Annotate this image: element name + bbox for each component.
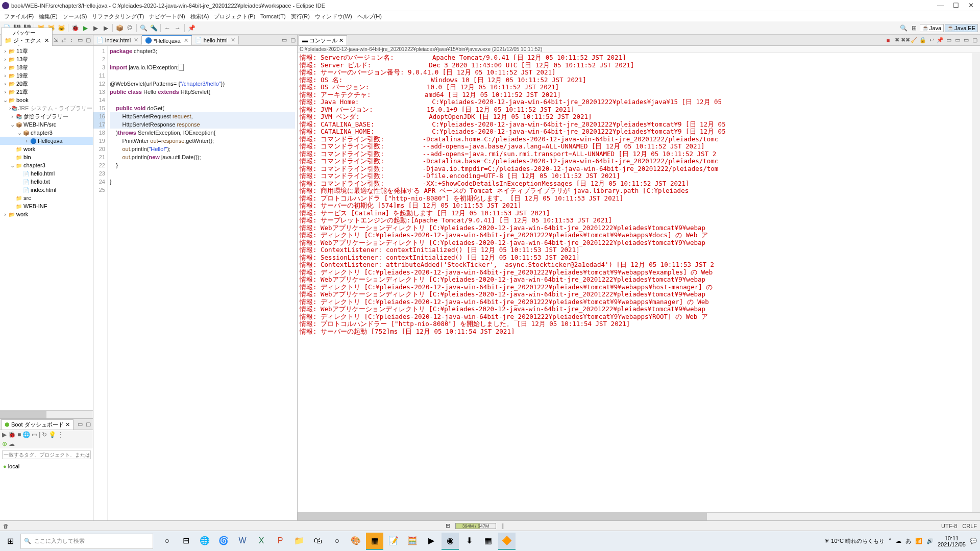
close-tab-icon[interactable]: ✕ (231, 37, 235, 43)
tree-item[interactable]: 📁src (0, 194, 93, 202)
maximize-view-icon[interactable]: ▢ (85, 37, 92, 43)
tree-item[interactable]: ›📂13章 (0, 55, 93, 63)
back-button[interactable]: ← (163, 23, 172, 33)
store-icon[interactable]: 🛍 (309, 533, 327, 550)
perspective-java-ee[interactable]: ☕ Java EE (945, 24, 978, 32)
boot-dashboard-tab[interactable]: ⬢ Boot ダッシュボード ✕ (1, 419, 74, 430)
boot-start-icon[interactable]: ▶ (2, 431, 7, 438)
close-boot-view-icon[interactable]: ✕ (65, 421, 70, 428)
menu-ナビゲート[interactable]: ナビゲート(N) (147, 12, 187, 21)
console-pin-icon[interactable]: 📌 (936, 36, 944, 44)
console-tab[interactable]: ▬ コンソール ✕ (299, 35, 347, 45)
tree-item[interactable]: ›📂11章 (0, 47, 93, 55)
status-icon[interactable]: ⊞ (446, 522, 450, 529)
search-button[interactable]: 🔦 (149, 23, 158, 33)
edge-icon[interactable]: 🌀 (215, 533, 232, 550)
console-output[interactable]: 情報: Serverのバージョン名: Apache Tomcat/9.0.41 … (298, 53, 972, 512)
boot-refresh-icon[interactable]: ↻ (42, 431, 47, 438)
menu-リファクタリング[interactable]: リファクタリング(T) (90, 12, 146, 21)
tree-scrollbar-h[interactable] (0, 410, 93, 418)
paint-icon[interactable]: 🎨 (347, 533, 364, 550)
sublime-icon[interactable]: ▦ (366, 533, 383, 550)
close-console-icon[interactable]: ✕ (339, 37, 344, 44)
tomcat-restart-icon[interactable]: 🐱 (57, 23, 66, 33)
editor-max-icon[interactable]: ▢ (289, 36, 297, 44)
taskbar-clock[interactable]: 10:11 2021/12/05 (938, 535, 966, 547)
link-editor-icon[interactable]: ⇄ (60, 37, 67, 43)
menu-編集[interactable]: 編集(E) (37, 12, 60, 21)
task-view-icon[interactable]: ⊟ (177, 533, 194, 550)
boot-stop-icon[interactable]: ■ (17, 431, 21, 438)
tray-wifi-icon[interactable]: 📶 (915, 538, 922, 544)
maximize-button[interactable]: ☐ (953, 2, 959, 9)
boot-cloud-icon[interactable]: ☁ (9, 440, 15, 447)
new-package-button[interactable]: 📦 (115, 23, 124, 33)
console-wrap-icon[interactable]: ↩ (927, 36, 936, 44)
app-icon-1[interactable]: ⬇ (460, 533, 478, 550)
menu-ソース[interactable]: ソース(S) (61, 12, 89, 21)
app-icon-3[interactable]: 🔶 (498, 533, 516, 550)
menu-プロジェクト[interactable]: プロジェクト(P) (212, 12, 257, 21)
tray-onedrive-icon[interactable]: ☁ (896, 538, 901, 544)
run-button[interactable]: ▶ (81, 23, 90, 33)
encoding-status[interactable]: UTF-8 (941, 523, 957, 529)
collapse-all-icon[interactable]: ⇲ (53, 37, 59, 43)
tree-item[interactable]: ›📂20章 (0, 80, 93, 88)
close-button[interactable]: ✕ (968, 2, 974, 9)
editor-min-icon[interactable]: ▭ (280, 36, 288, 44)
chrome-icon[interactable]: 🌐 (196, 533, 213, 550)
tray-volume-icon[interactable]: 🔊 (926, 538, 934, 544)
open-perspective-button[interactable]: ⊞ (910, 23, 919, 33)
console-scrollbar-v[interactable] (972, 53, 980, 512)
editor-tab[interactable]: 📄index.html✕ (93, 36, 142, 44)
close-tab-icon[interactable]: ✕ (184, 37, 188, 44)
maximize-boot-icon[interactable]: ▢ (85, 421, 92, 428)
pin-button[interactable]: 📌 (187, 23, 196, 33)
tree-item[interactable]: 📄hello.html (0, 169, 93, 178)
notepad-icon[interactable]: 📝 (385, 533, 402, 550)
media-icon[interactable]: ▶ (423, 533, 440, 550)
tree-item[interactable]: ⌄📦WEB-INF/src (0, 120, 93, 129)
cortana-app-icon[interactable]: ○ (328, 533, 346, 550)
menu-tomcat[interactable]: Tomcat(T) (258, 12, 288, 20)
console-scrollbar-h[interactable] (298, 512, 980, 520)
package-explorer-tree[interactable]: ›📂11章›📂13章›📂18章›📂19章›📂20章›📂21章⌄📂book›📚JR… (0, 46, 93, 410)
forward-button[interactable]: → (173, 23, 182, 33)
memory-indicator[interactable]: 394M / 647M (455, 523, 496, 529)
tree-item[interactable]: ›📚参照ライブラリー (0, 112, 93, 120)
calculator-icon[interactable]: 🧮 (404, 533, 421, 550)
console-min-icon[interactable]: ▭ (962, 36, 970, 44)
minimize-button[interactable]: — (937, 2, 944, 9)
explorer-icon[interactable]: 📁 (290, 533, 308, 550)
minimize-view-icon[interactable]: ▭ (77, 37, 84, 43)
new-class-button[interactable]: © (125, 23, 134, 33)
tree-item[interactable]: ⌄📂book (0, 96, 93, 104)
powerpoint-icon[interactable]: P (272, 533, 289, 550)
cortana-icon[interactable]: ○ (158, 533, 176, 550)
boot-browser-icon[interactable]: 🌐 (22, 431, 30, 438)
menu-実行[interactable]: 実行(R) (289, 12, 312, 21)
console-max-icon[interactable]: ▢ (971, 36, 979, 44)
menu-検索[interactable]: 検索(A) (188, 12, 211, 21)
tree-item[interactable]: ›📂work (0, 210, 93, 218)
code-editor[interactable]: package chapter3; import java.io.IOExcep… (108, 46, 297, 520)
app-icon-2[interactable]: ▦ (479, 533, 497, 550)
tree-item[interactable]: ⌄📁chapter3 (0, 161, 93, 169)
boot-filter-icon[interactable]: 💡 (48, 431, 56, 438)
tree-item[interactable]: 📁work (0, 145, 93, 153)
console-clear-icon[interactable]: 🧹 (910, 36, 918, 44)
tree-item[interactable]: ›📂18章 (0, 63, 93, 71)
tree-item[interactable]: ›📚JRE システム・ライブラリー [JavaSE-14] (0, 104, 93, 112)
tree-item[interactable]: 📁WEB-INF (0, 202, 93, 210)
debug-button[interactable]: 🐞 (70, 23, 80, 33)
open-type-button[interactable]: 🔍 (139, 23, 148, 33)
run-last-button[interactable]: ▶ (101, 23, 110, 33)
tree-item[interactable]: 📁bin (0, 153, 93, 161)
notification-icon[interactable]: 💬 (970, 538, 977, 544)
status-gc-icon[interactable]: 🗑 (3, 523, 9, 529)
lineending-status[interactable]: CRLF (962, 523, 977, 529)
start-button[interactable]: ⊞ (0, 531, 20, 552)
tree-item[interactable]: ›📂21章 (0, 88, 93, 96)
view-menu-icon[interactable]: ⋮ (68, 37, 76, 43)
console-display-icon[interactable]: ▭ (945, 36, 953, 44)
